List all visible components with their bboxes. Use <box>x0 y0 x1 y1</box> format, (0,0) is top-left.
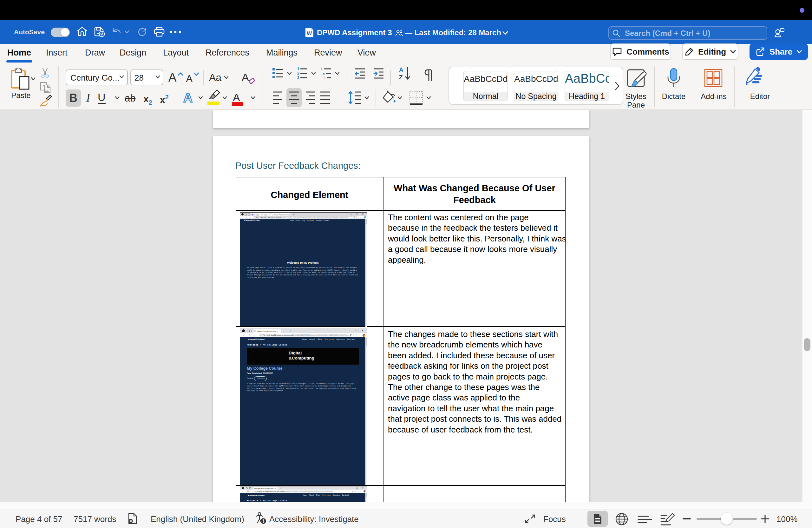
svg-text:3: 3 <box>297 75 300 80</box>
svg-text:2: 2 <box>297 71 300 75</box>
svg-text:a: a <box>322 71 325 75</box>
svg-text:Z: Z <box>399 74 403 81</box>
svg-text:i: i <box>324 76 325 80</box>
svg-text:W: W <box>307 30 312 37</box>
svg-text:1: 1 <box>321 67 322 71</box>
svg-text:A: A <box>399 66 404 73</box>
svg-text:1: 1 <box>297 67 300 71</box>
